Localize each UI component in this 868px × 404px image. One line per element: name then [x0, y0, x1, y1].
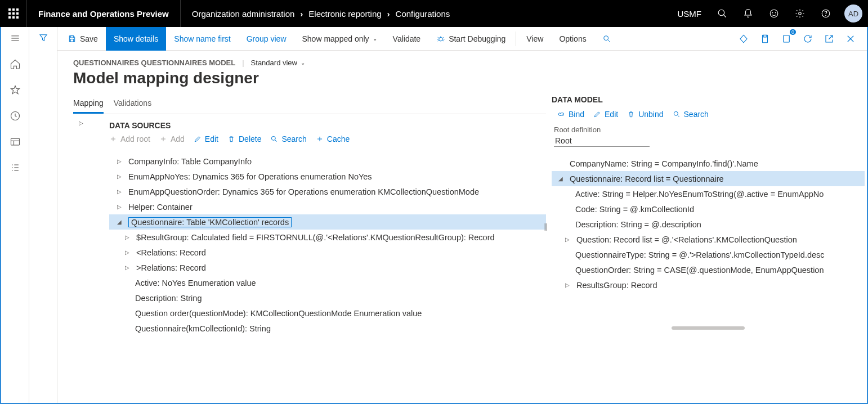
validate-button[interactable]: Validate: [385, 27, 429, 51]
chevron-down-icon: ⌄: [301, 60, 305, 66]
diamond-icon[interactable]: [735, 30, 752, 47]
cache-label: Cache: [327, 134, 350, 143]
search-button[interactable]: Search: [270, 134, 306, 143]
smile-icon[interactable]: [761, 0, 787, 27]
tree-toggle-icon[interactable]: ▷: [73, 114, 89, 336]
tree-node[interactable]: ▷Question: Record list = @.'<Relations'.…: [552, 232, 865, 247]
tree-node-label: <Relations: Record: [136, 248, 206, 257]
svg-rect-35: [763, 35, 768, 43]
tree-node[interactable]: Description: String = @.description: [552, 217, 865, 232]
tree-node[interactable]: ▷ EnumAppQuestionOrder: Dynamics 365 for…: [109, 184, 546, 199]
breadcrumb-item[interactable]: Organization administration: [192, 9, 295, 19]
collapse-icon[interactable]: ◢: [556, 176, 565, 182]
tab-validations[interactable]: Validations: [114, 95, 151, 114]
search-button[interactable]: Search: [673, 110, 709, 119]
bug-icon: [436, 34, 445, 43]
show-mapped-only-dropdown[interactable]: Show mapped only ⌄: [294, 27, 385, 51]
gear-icon[interactable]: [787, 0, 813, 27]
expand-icon[interactable]: ▷: [123, 234, 132, 240]
expand-icon[interactable]: ▷: [563, 236, 572, 243]
delete-button[interactable]: Delete: [227, 134, 261, 143]
expand-icon[interactable]: ▷: [115, 173, 124, 179]
attach-icon[interactable]: [757, 30, 773, 47]
add-root-button[interactable]: Add root: [109, 134, 150, 143]
expand-icon[interactable]: ▷: [123, 249, 132, 255]
tree-node-label: Description: String = @.description: [575, 220, 701, 229]
modules-icon[interactable]: [4, 160, 26, 176]
breadcrumb-item[interactable]: Electronic reporting: [308, 9, 381, 19]
tree-node[interactable]: ▷ EnumAppNoYes: Dynamics 365 for Operati…: [109, 169, 546, 184]
svg-rect-7: [12, 16, 15, 19]
tree-node[interactable]: Questionnaire(kmCollectionId): String: [109, 321, 546, 336]
tree-node[interactable]: Active: String = Helper.NoYesEnumToStrin…: [552, 186, 865, 201]
save-label: Save: [80, 34, 98, 43]
popout-icon[interactable]: [821, 30, 838, 47]
close-icon[interactable]: [842, 30, 859, 47]
edit-button[interactable]: Edit: [194, 134, 218, 143]
tree-node-label: CompanyName: String = CompanyInfo.'find(…: [570, 159, 758, 168]
tree-node[interactable]: ▷ResultsGroup: Record: [552, 277, 865, 293]
bind-button[interactable]: Bind: [557, 110, 584, 119]
star-icon[interactable]: [4, 82, 26, 98]
svg-line-10: [723, 15, 726, 17]
edit-button[interactable]: Edit: [593, 110, 618, 119]
home-icon[interactable]: [4, 56, 26, 72]
view-button[interactable]: View: [518, 27, 551, 51]
expand-icon[interactable]: ▷: [115, 204, 124, 210]
expand-icon[interactable]: ▷: [123, 264, 132, 271]
help-icon[interactable]: [813, 0, 839, 27]
bell-icon[interactable]: [735, 0, 761, 27]
waffle-icon[interactable]: [0, 0, 27, 27]
tree-node-label: Question order(questionMode): KMCollecti…: [135, 309, 422, 318]
tree-node-selected[interactable]: ◢ Questionnaire: Table 'KMCollection' re…: [109, 214, 546, 230]
tree-node[interactable]: Description: String: [109, 290, 546, 306]
expand-icon[interactable]: ▷: [563, 282, 572, 288]
show-name-first-button[interactable]: Show name first: [166, 27, 238, 51]
tree-node[interactable]: ▷ CompanyInfo: Table CompanyInfo: [109, 154, 546, 169]
avatar[interactable]: AD: [844, 5, 862, 23]
tree-node-selected[interactable]: ◢Questionnaire: Record list = Questionna…: [552, 171, 865, 186]
data-sources-heading: DATA SOURCES: [109, 121, 546, 130]
chevron-right-icon: ›: [300, 9, 303, 19]
root-definition-value[interactable]: Root: [554, 135, 650, 147]
clock-icon[interactable]: [4, 108, 26, 124]
tab-mapping[interactable]: Mapping: [73, 95, 104, 114]
svg-line-48: [677, 115, 679, 117]
splitter-handle[interactable]: ‖: [544, 222, 547, 231]
show-details-button[interactable]: Show details: [106, 27, 166, 51]
options-button[interactable]: Options: [551, 27, 594, 51]
tree-node[interactable]: CompanyName: String = CompanyInfo.'find(…: [552, 156, 865, 171]
tree-node[interactable]: ▷ >Relations: Record: [109, 260, 546, 275]
tree-node[interactable]: QuestionnaireType: String = @.'>Relation…: [552, 247, 865, 262]
tree-node[interactable]: Active: NoYes Enumeration value: [109, 275, 546, 290]
tree-node[interactable]: ▷ <Relations: Record: [109, 245, 546, 260]
horizontal-scrollbar[interactable]: [672, 326, 745, 330]
search-icon: [602, 34, 611, 43]
expand-icon[interactable]: ▷: [115, 158, 124, 164]
company-label[interactable]: USMF: [670, 9, 710, 19]
tree-node[interactable]: Code: String = @.kmCollectionId: [552, 201, 865, 217]
add-button[interactable]: Add: [159, 134, 185, 143]
filter-pane[interactable]: [29, 27, 57, 403]
refresh-icon[interactable]: [799, 30, 816, 47]
unbind-button[interactable]: Unbind: [627, 110, 663, 119]
cache-button[interactable]: Cache: [316, 134, 350, 143]
workspace-icon[interactable]: [4, 134, 26, 150]
tree-node[interactable]: ▷ $ResultGroup: Calculated field = FIRST…: [109, 230, 546, 245]
save-button[interactable]: Save: [60, 27, 106, 51]
start-debugging-button[interactable]: Start Debugging: [428, 27, 513, 51]
group-view-button[interactable]: Group view: [239, 27, 294, 51]
tree-node[interactable]: ▷ Helper: Container: [109, 199, 546, 214]
hamburger-icon[interactable]: [4, 30, 26, 46]
page-notifications-icon[interactable]: [778, 30, 795, 47]
data-sources-tree: ▷ CompanyInfo: Table CompanyInfo ▷ EnumA…: [109, 154, 546, 336]
tree-node[interactable]: QuestionOrder: String = CASE(@.questionM…: [552, 262, 865, 277]
tree-node[interactable]: Question order(questionMode): KMCollecti…: [109, 306, 546, 321]
search-icon[interactable]: [709, 0, 735, 27]
collapse-icon[interactable]: ◢: [115, 219, 124, 225]
search-button[interactable]: [594, 27, 619, 51]
view-selector[interactable]: Standard view ⌄: [251, 59, 305, 67]
tree-node-label: Questionnaire: Record list = Questionnai…: [570, 174, 724, 183]
expand-icon[interactable]: ▷: [115, 188, 124, 195]
breadcrumb-item[interactable]: Configurations: [396, 9, 450, 19]
